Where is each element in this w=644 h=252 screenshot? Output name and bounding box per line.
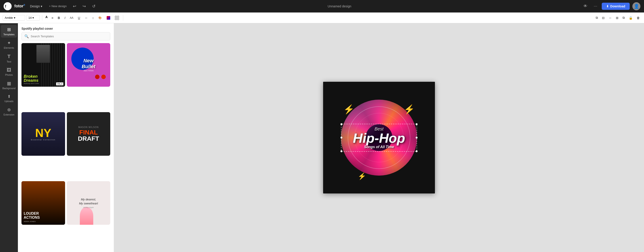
toolbar-divider-2 [123,15,123,20]
new-design-button[interactable]: + New design [47,3,68,9]
line-height-icon: ↕ [92,16,94,20]
draft-text: DRAFT [78,136,99,142]
duplicate-icon: ⧉ [596,16,598,20]
text-selection-overlay[interactable]: Best Hip-Hop Songs of All Time [341,124,417,152]
my-dearest-text: My dearest,My sweetheart Ashley Hoyle [79,198,98,209]
layers-button[interactable]: ⧉ [621,15,626,21]
duplicate-button[interactable]: ⧉ [594,15,600,21]
share-button[interactable]: ⋯ [592,2,599,10]
template-card-ny[interactable]: corridor NY Essential Collection [22,112,65,156]
design-name: Unnamed design [100,4,579,8]
download-label: Download [610,4,625,8]
transparency-button[interactable] [113,14,121,21]
handle-top-right[interactable] [416,123,418,125]
sidebar-item-elements-label: Elements [4,46,14,49]
letter-spacing-icon: ↔ [84,16,88,20]
sidebar-item-templates[interactable]: ⊞ Templates [1,25,17,37]
design-menu-button[interactable]: Design ▾ [28,3,44,9]
download-icon: ⬇ [606,4,609,8]
lightning-bottom: ⚡ [358,172,366,180]
final-text: FINAL [80,129,98,136]
sidebar-item-elements[interactable]: ✦ Elements [1,38,17,51]
handle-bottom-right[interactable] [416,150,418,152]
align-options-icon: ⊞ [616,16,618,20]
sidebar-item-photos-label: Photos [5,73,13,76]
sidebar-item-uploads-label: Uploads [4,100,14,103]
uppercase-icon: AA [70,16,73,19]
ny-text: NY Essential Collection [31,127,56,141]
sidebar-item-extension[interactable]: ⊕ Extension [1,105,17,118]
align-icon: ≡ [52,16,53,20]
font-size-selector[interactable]: 14 ▾ [26,15,40,20]
main-area: ⊞ Templates ✦ Elements T Text 🖼 Photos ▦… [0,23,644,252]
new-design-label: + New design [49,4,67,8]
letter-spacing-button[interactable]: ↔ [83,15,89,21]
user-avatar[interactable]: 👤 [632,2,640,10]
gradient-button[interactable] [105,15,112,21]
template-card-new-bullet[interactable]: NewBullet Jazz Artists [67,43,110,87]
sidebar-item-text[interactable]: T Text [1,52,17,65]
lock-button[interactable]: 🔒 [627,15,634,21]
handle-bottom-left[interactable] [340,150,342,152]
redo-button[interactable]: ↪ [81,2,88,10]
canvas[interactable]: ⚡ ⚡ ⚡ Best Hip-Hop Songs of All Time [323,82,435,194]
text-align-button[interactable]: ≡ [50,15,55,21]
flip-icon: ↔ [609,16,612,20]
search-input[interactable] [31,35,107,38]
search-box[interactable]: 🔍 [22,32,110,40]
underline-button[interactable]: U [76,15,82,21]
line-height-button[interactable]: ↕ [90,15,95,21]
best-text: Best [346,126,412,132]
template-card-final-draft[interactable]: MASON WILSON FINAL DRAFT [67,112,110,156]
font-family-selector[interactable]: Amble ▾ [3,15,25,20]
history-button[interactable]: ↺ [90,2,97,10]
template-card-my-dearest[interactable]: My dearest,My sweetheart Ashley Hoyle [67,181,110,225]
new-bullet-text: NewBullet Jazz Artists [82,58,95,72]
handle-mid-left[interactable] [340,137,342,139]
font-family-value: Amble [5,16,13,19]
templates-panel: Spotify playlist cover 🔍 BrokenDreams An… [18,23,114,252]
svg-text:🎨: 🎨 [98,16,102,19]
text-color-letter: A [46,15,48,19]
bold-button[interactable]: B [56,15,62,21]
louder-actions-text: LOUDERACTIONS AIDEN JONES [24,212,40,222]
eye-icon: 👁 [584,4,588,8]
italic-button[interactable]: I [63,15,67,21]
trash-icon: 🗑 [636,16,640,20]
uploads-icon: ⬆ [8,94,11,99]
uppercase-button[interactable]: AA [68,15,75,20]
font-size-value: 14 [28,16,32,19]
broken-dreams-figure [23,45,63,63]
text-color-button[interactable]: A [44,15,48,21]
text-align-options-button[interactable]: ⊞ [614,15,620,21]
italic-icon: I [64,16,65,20]
sidebar-item-background[interactable]: ▦ Background [1,79,17,91]
handle-top-left[interactable] [340,123,342,125]
templates-icon: ⊞ [7,27,11,32]
underline-icon: U [78,16,80,20]
delete-button[interactable]: 🗑 [635,15,641,21]
download-button[interactable]: ⬇ Download [602,3,630,10]
flip-button[interactable]: ↔ [607,15,613,21]
sidebar-item-text-label: Text [7,60,11,63]
handle-mid-right[interactable] [416,137,418,139]
undo-icon: ↩ [73,4,76,9]
template-card-louder-actions[interactable]: LOUDERACTIONS AIDEN JONES [22,181,65,225]
checker-icon [115,16,119,20]
preview-button[interactable]: 👁 [582,2,589,10]
undo-button[interactable]: ↩ [71,2,78,10]
canvas-area[interactable]: ⚡ ⚡ ⚡ Best Hip-Hop Songs of All Time [114,23,644,252]
mason-wilson-text: MASON WILSON [78,126,98,128]
history-icon: ↺ [92,4,96,9]
elements-icon: ✦ [7,40,11,45]
fill-color-button[interactable]: 🎨 [96,15,104,21]
sidebar-item-photos[interactable]: 🖼 Photos [1,66,17,78]
gradient-icon [107,16,110,20]
text-icon: T [8,54,10,59]
lightning-left: ⚡ [343,104,354,115]
template-card-broken-dreams[interactable]: BrokenDreams Anthony and Curtis VOL.3 [22,43,65,87]
sidebar-item-uploads[interactable]: ⬆ Uploads [1,92,17,104]
chevron-down-icon: ▾ [14,16,16,19]
search-icon: 🔍 [24,34,29,38]
align-distribute-button[interactable]: ⊟ [600,15,606,21]
